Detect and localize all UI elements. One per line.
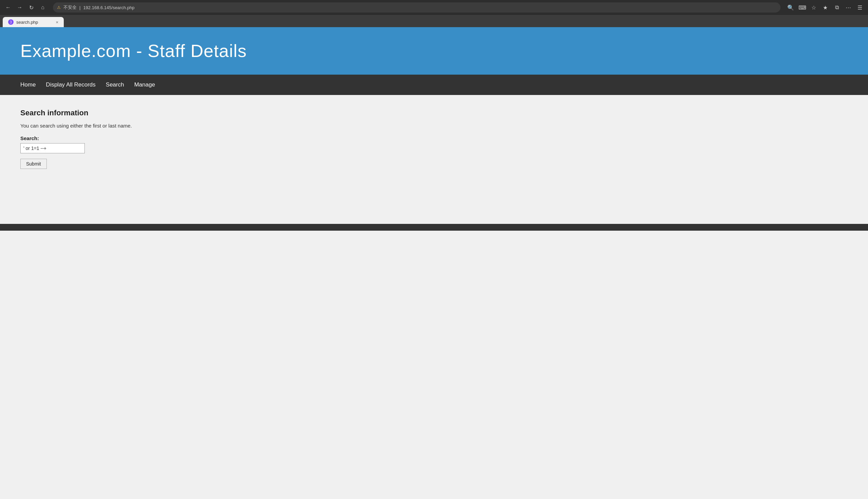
separator: | (80, 5, 81, 10)
search-section: Search information You can search using … (20, 109, 848, 169)
tab-bar: 3 search.php × (0, 15, 868, 27)
site-title: Example.com - Staff Details (20, 41, 848, 61)
browser-chrome: ← → ↻ ⌂ ⚠ 不安全 | 192.168.6.145/search.php… (0, 0, 868, 15)
submit-button[interactable]: Submit (20, 159, 47, 169)
site-nav: Home Display All Records Search Manage (0, 75, 868, 95)
tab-favicon: 3 (8, 19, 14, 25)
browser-menu-icon[interactable]: ⋯ (844, 3, 853, 12)
nav-display-all[interactable]: Display All Records (46, 79, 95, 91)
sidebar-icon[interactable]: ☰ (855, 3, 865, 12)
close-tab-button[interactable]: × (56, 20, 58, 25)
forward-button[interactable]: → (15, 3, 24, 12)
search-description: You can search using either the first or… (20, 123, 848, 129)
site-main: Search information You can search using … (0, 95, 868, 224)
nav-search[interactable]: Search (106, 79, 124, 91)
security-warning-icon: ⚠ (57, 5, 61, 10)
nav-manage[interactable]: Manage (134, 79, 155, 91)
nav-home[interactable]: Home (20, 79, 36, 91)
address-bar[interactable]: ⚠ 不安全 | 192.168.6.145/search.php (53, 2, 781, 13)
site-footer (0, 224, 868, 231)
read-aloud-icon[interactable]: ⌨ (797, 3, 807, 12)
site-header: Example.com - Staff Details (0, 27, 868, 75)
search-label: Search: (20, 135, 848, 141)
back-button[interactable]: ← (3, 3, 13, 12)
collections-icon[interactable]: ⧉ (832, 3, 842, 12)
home-button[interactable]: ⌂ (38, 3, 48, 12)
search-input[interactable] (20, 143, 85, 153)
active-tab[interactable]: 3 search.php × (3, 17, 64, 27)
warning-text: 不安全 (63, 4, 77, 11)
section-title: Search information (20, 109, 848, 117)
zoom-icon[interactable]: 🔍 (786, 3, 795, 12)
favorites-icon[interactable]: ☆ (809, 3, 818, 12)
reload-button[interactable]: ↻ (26, 3, 36, 12)
browser-controls: ← → ↻ ⌂ (3, 3, 48, 12)
tab-title: search.php (16, 20, 38, 25)
favorites-bar-icon[interactable]: ★ (820, 3, 830, 12)
browser-toolbar-right: 🔍 ⌨ ☆ ★ ⧉ ⋯ ☰ (786, 3, 865, 12)
page-bottom (0, 231, 868, 292)
url-text: 192.168.6.145/search.php (83, 5, 134, 10)
